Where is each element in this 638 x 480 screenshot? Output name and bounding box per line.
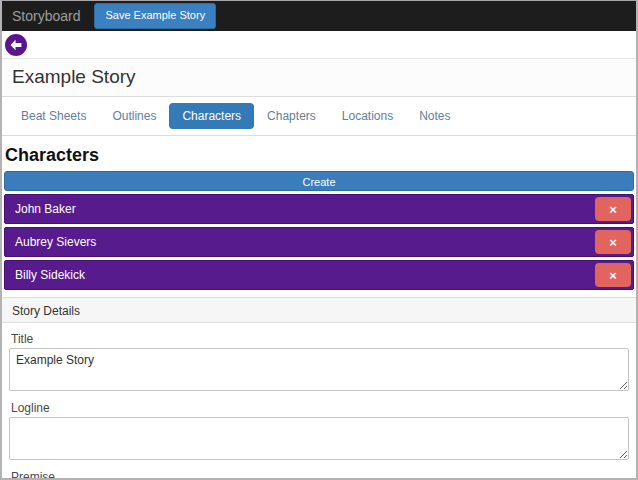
logline-input[interactable] xyxy=(9,417,629,460)
delete-character-button[interactable]: × xyxy=(595,230,631,254)
character-row[interactable]: Billy Sidekick × xyxy=(4,260,634,290)
logline-label: Logline xyxy=(11,401,629,415)
close-icon: × xyxy=(609,269,617,282)
title-input[interactable]: Example Story xyxy=(9,348,629,391)
story-title-heading: Example Story xyxy=(12,66,626,88)
character-name: John Baker xyxy=(15,202,76,216)
character-row[interactable]: Aubrey Sievers × xyxy=(4,227,634,257)
create-character-button[interactable]: Create xyxy=(4,171,634,191)
character-name: Billy Sidekick xyxy=(15,268,85,282)
title-label: Title xyxy=(11,332,629,346)
premise-label: Premise xyxy=(11,470,629,480)
characters-section: Characters Create John Baker × Aubrey Si… xyxy=(2,145,636,290)
delete-character-button[interactable]: × xyxy=(595,197,631,221)
story-tabs: Beat Sheets Outlines Characters Chapters… xyxy=(2,97,636,136)
save-story-button[interactable]: Save Example Story xyxy=(94,3,216,28)
close-icon: × xyxy=(609,236,617,249)
tab-locations[interactable]: Locations xyxy=(329,103,406,129)
delete-character-button[interactable]: × xyxy=(595,263,631,287)
story-details-form: Title Example Story Logline Premise John… xyxy=(2,332,636,480)
story-header: Example Story xyxy=(2,58,636,97)
tab-chapters[interactable]: Chapters xyxy=(254,103,329,129)
tab-characters[interactable]: Characters xyxy=(169,103,254,129)
app-window: Storyboard Save Example Story Example St… xyxy=(0,0,638,480)
back-button[interactable] xyxy=(5,34,27,56)
close-icon: × xyxy=(609,203,617,216)
characters-heading: Characters xyxy=(5,145,634,166)
tab-outlines[interactable]: Outlines xyxy=(99,103,169,129)
app-brand: Storyboard xyxy=(12,8,80,24)
story-details-heading: Story Details xyxy=(2,297,636,323)
top-navbar: Storyboard Save Example Story xyxy=(2,1,636,31)
tab-notes[interactable]: Notes xyxy=(406,103,463,129)
character-row[interactable]: John Baker × xyxy=(4,194,634,224)
back-arrow-icon xyxy=(9,38,23,52)
character-name: Aubrey Sievers xyxy=(15,235,96,249)
back-button-row xyxy=(2,31,636,58)
tab-beat-sheets[interactable]: Beat Sheets xyxy=(8,103,99,129)
